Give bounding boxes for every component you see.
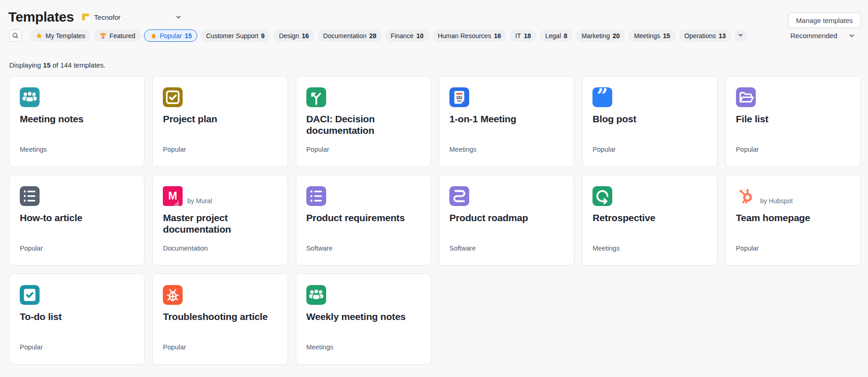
filter-chip-customer-support[interactable]: Customer Support 9 (201, 29, 270, 42)
summary-count: 15 (43, 61, 51, 69)
filter-chip-label: Finance (391, 32, 414, 40)
mural-m-icon: M (163, 186, 183, 206)
template-title: Blog post (592, 113, 707, 125)
template-card-master-project-documentation[interactable]: M by Mural Master project documentation … (152, 175, 287, 266)
template-byline: by Hubspot (760, 197, 793, 206)
template-card-project-plan[interactable]: Project plan Popular (152, 76, 287, 167)
template-title: 1-on-1 Meeting (449, 113, 563, 125)
decision-branch-icon (306, 87, 326, 107)
filter-chip-count: 13 (719, 32, 726, 40)
template-category: Popular (20, 343, 43, 351)
space-name: Tecnofor (94, 13, 121, 21)
template-title: To-do list (20, 311, 134, 322)
template-card-meeting-notes[interactable]: Meeting notes Meetings (9, 76, 144, 167)
bug-icon (163, 285, 183, 305)
filter-chip-marketing[interactable]: Marketing 20 (576, 29, 625, 42)
template-title: Product requirements (306, 212, 420, 223)
summary-connector: of (52, 61, 58, 69)
hubspot-sprocket-icon (736, 186, 756, 206)
filter-chip-documentation[interactable]: Documentation 28 (318, 29, 382, 42)
filter-chip-label: Meetings (634, 32, 660, 40)
filter-chip-count: 18 (524, 32, 531, 40)
template-title: Team homepage (736, 212, 850, 223)
filter-chip-meetings[interactable]: Meetings 15 (628, 29, 675, 42)
template-byline: by Mural (187, 197, 212, 206)
filter-chip-label: Popular (160, 32, 182, 40)
filter-chip-label: IT (515, 32, 521, 40)
template-card-1-on-1-meeting[interactable]: 1-on-1 Meeting Meetings (439, 76, 574, 167)
chevron-down-icon (848, 32, 855, 39)
folder-open-icon (736, 87, 756, 107)
template-title: Meeting notes (20, 113, 134, 125)
filter-chip-label: Documentation (323, 32, 367, 40)
numbered-list-icon (20, 186, 40, 206)
svg-text:M: M (168, 190, 177, 202)
sort-label: Recommended (790, 32, 837, 40)
template-card-to-do-list[interactable]: To-do list Popular (9, 274, 144, 365)
space-selector[interactable]: Tecnofor (81, 13, 182, 21)
template-title: Product roadmap (449, 212, 563, 223)
filter-chip-count: 15 (663, 32, 670, 40)
filter-chip-count: 15 (184, 32, 192, 40)
template-card-how-to-article[interactable]: How-to article Popular (9, 175, 144, 266)
template-card-daci-decision-documentation[interactable]: DACI: Decision documentation Popular (296, 76, 431, 167)
filter-chip-my-templates[interactable]: My Templates (30, 29, 91, 42)
manage-templates-button[interactable]: Manage templates (788, 12, 861, 28)
results-summary: Displaying 15 of 144 templates. (0, 61, 868, 69)
template-category: Meetings (592, 245, 620, 252)
summary-total: 144 (60, 61, 72, 69)
more-filters-button[interactable] (735, 29, 747, 42)
filter-chip-popular[interactable]: Popular 15 (144, 29, 197, 42)
checkbox-filled-icon (20, 285, 40, 305)
template-category: Popular (736, 245, 759, 252)
summary-prefix: Displaying (9, 61, 41, 69)
template-category: Software (449, 245, 476, 252)
filter-chip-count: 10 (416, 32, 424, 40)
template-card-team-homepage[interactable]: by Hubspot Team homepage Popular (725, 175, 861, 266)
filter-chip-operations[interactable]: Operations 13 (679, 29, 731, 42)
filter-chip-count: 16 (302, 32, 309, 40)
template-category: Popular (20, 245, 43, 252)
filter-chip-it[interactable]: IT 18 (510, 29, 536, 42)
chevron-down-icon (175, 14, 182, 20)
page-header: Templates Tecnofor Manage templates (0, 0, 868, 25)
filter-chip-list: My Templates Featured Popular 15 Custome… (30, 29, 782, 42)
template-category: Meetings (20, 146, 47, 153)
template-card-troubleshooting-article[interactable]: Troubleshooting article Popular (152, 274, 287, 365)
template-card-product-roadmap[interactable]: Product roadmap Software (439, 175, 574, 266)
meeting-notebook-icon (449, 87, 469, 107)
filter-chip-label: Marketing (581, 32, 609, 40)
star-icon (35, 32, 43, 40)
filter-chip-human-resources[interactable]: Human Resources 16 (432, 29, 507, 42)
template-category: Documentation (163, 245, 208, 252)
filter-chip-label: Legal (545, 32, 561, 40)
template-card-file-list[interactable]: File list Popular (725, 76, 861, 167)
template-card-retrospective[interactable]: Retrospective Meetings (582, 175, 717, 266)
filter-bar: My Templates Featured Popular 15 Custome… (0, 29, 868, 42)
filter-chip-count: 16 (494, 32, 501, 40)
template-category: Popular (592, 146, 615, 153)
filter-chip-finance[interactable]: Finance 10 (385, 29, 429, 42)
people-group-icon (306, 285, 326, 305)
search-icon (12, 32, 19, 39)
template-title: Retrospective (592, 212, 707, 223)
sort-dropdown[interactable]: Recommended (790, 32, 855, 40)
template-title: Project plan (163, 113, 277, 125)
template-category: Meetings (449, 146, 477, 153)
filter-chip-design[interactable]: Design 16 (273, 29, 314, 42)
filter-chip-label: Operations (684, 32, 716, 40)
roadmap-icon (449, 186, 469, 206)
template-category: Popular (736, 146, 759, 153)
template-card-product-requirements[interactable]: Product requirements Software (296, 175, 431, 266)
people-group-icon (20, 87, 40, 107)
retro-loop-icon (592, 186, 612, 206)
page-title: Templates (8, 9, 74, 25)
trophy-icon (99, 32, 107, 40)
filter-chip-featured[interactable]: Featured (94, 29, 141, 42)
search-button[interactable] (9, 29, 22, 42)
template-card-blog-post[interactable]: ” Blog post Popular (582, 76, 717, 167)
template-card-weekly-meeting-notes[interactable]: Weekly meeting notes Meetings (296, 274, 431, 365)
template-card-grid: Meeting notes Meetings Project plan Popu… (0, 76, 868, 365)
filter-chip-label: Human Resources (438, 32, 491, 40)
filter-chip-legal[interactable]: Legal 8 (540, 29, 573, 42)
